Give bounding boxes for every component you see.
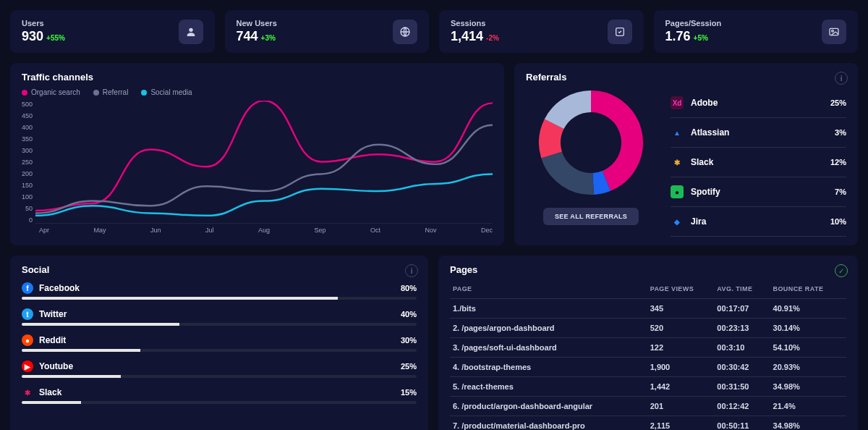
- brand-icon: ●: [671, 185, 684, 198]
- brand-icon: ✱: [22, 387, 33, 398]
- table-cell: 3. /pages/soft-ui-dashboard: [450, 338, 647, 358]
- referral-row: ◆ Jira 10%: [671, 207, 846, 237]
- table-cell: 21.4%: [770, 397, 846, 416]
- stat-value: 1,414-2%: [451, 29, 499, 44]
- table-cell: 30.14%: [770, 319, 846, 338]
- table-header: PAGE: [450, 281, 647, 299]
- referral-row: Xd Adobe 25%: [671, 88, 846, 118]
- table-cell: 122: [647, 338, 715, 358]
- globe-icon: [393, 20, 417, 44]
- stat-delta: +3%: [261, 34, 276, 42]
- traffic-title: Traffic channels: [22, 72, 493, 83]
- brand-icon: ✱: [671, 156, 684, 169]
- stat-card: Users 930+55%: [10, 10, 215, 53]
- legend-item: Organic search: [22, 88, 80, 96]
- table-header: PAGE VIEWS: [647, 281, 715, 299]
- stat-value: 744+3%: [237, 29, 277, 44]
- table-row: 7. /product/material-dashboard-pro2,1150…: [450, 416, 846, 431]
- referral-name: Slack: [691, 157, 713, 167]
- table-row: 4. /bootstrap-themes1,90000:30:4220.93%: [450, 358, 846, 377]
- referral-row: ● Spotify 7%: [671, 177, 846, 207]
- brand-icon: ●: [22, 334, 33, 346]
- referrals-list: Xd Adobe 25% ▲ Atlassian 3% ✱ Slack 12% …: [671, 88, 846, 237]
- social-row: ● Reddit 30%: [22, 334, 417, 352]
- table-header: AVG. TIME: [714, 281, 770, 299]
- image-icon: [822, 20, 846, 44]
- referrals-card: Referrals i SEE ALL REFERRALS Xd Adobe 2…: [514, 63, 858, 245]
- traffic-xaxis: AprMayJunJulAugSepOctNovDec: [39, 224, 493, 234]
- table-cell: 00:30:42: [714, 358, 770, 377]
- table-cell: 40.91%: [770, 299, 846, 319]
- table-cell: 2,115: [647, 416, 715, 431]
- see-all-referrals-button[interactable]: SEE ALL REFERRALS: [543, 208, 639, 225]
- brand-icon: f: [22, 282, 33, 294]
- table-cell: 6. /product/argon-dashboard-angular: [450, 397, 647, 416]
- referrals-title: Referrals: [526, 72, 846, 83]
- social-row: ✱ Slack 15%: [22, 387, 417, 404]
- traffic-chart: [35, 101, 493, 224]
- check-icon[interactable]: ✓: [835, 264, 848, 277]
- referral-name: Jira: [691, 216, 706, 227]
- referral-percent: 25%: [830, 98, 846, 107]
- table-row: 1./bits34500:17:0740.91%: [450, 299, 846, 319]
- table-cell: 00:50:11: [714, 416, 770, 431]
- svg-point-4: [832, 30, 834, 32]
- stat-value: 930+55%: [22, 29, 65, 44]
- info-icon[interactable]: i: [835, 72, 848, 85]
- social-name: Reddit: [39, 335, 66, 345]
- table-cell: 00:17:07: [714, 299, 770, 319]
- stat-delta: -2%: [486, 34, 499, 42]
- referral-row: ✱ Slack 12%: [671, 148, 846, 177]
- pages-table: PAGEPAGE VIEWSAVG. TIMEBOUNCE RATE 1./bi…: [450, 281, 846, 430]
- svg-rect-3: [830, 28, 838, 35]
- stat-label: Pages/Session: [665, 19, 722, 28]
- social-percent: 25%: [401, 362, 417, 371]
- referral-name: Adobe: [691, 98, 718, 108]
- info-icon[interactable]: i: [405, 264, 418, 277]
- progress-bar: [22, 375, 417, 378]
- social-percent: 80%: [401, 284, 417, 292]
- stats-row: Users 930+55% New Users 744+3% Sessions …: [10, 10, 858, 53]
- stat-label: Users: [22, 19, 65, 28]
- social-row: t Twitter 40%: [22, 308, 417, 326]
- traffic-yaxis: 500450400350300250200150100500: [22, 101, 35, 224]
- social-row: ▶ Youtube 25%: [22, 361, 417, 378]
- table-row: 3. /pages/soft-ui-dashboard12200:3:1054.…: [450, 338, 846, 358]
- referral-row: ▲ Atlassian 3%: [671, 118, 846, 148]
- stat-label: Sessions: [451, 19, 499, 28]
- table-cell: 1,442: [647, 377, 715, 397]
- progress-bar: [22, 323, 417, 326]
- referral-percent: 3%: [835, 128, 846, 137]
- table-cell: 00:23:13: [714, 319, 770, 338]
- social-percent: 30%: [401, 336, 417, 345]
- table-cell: 00:31:50: [714, 377, 770, 397]
- progress-bar: [22, 349, 417, 352]
- social-percent: 40%: [401, 310, 417, 319]
- traffic-legend: Organic searchReferralSocial media: [22, 88, 493, 96]
- referral-name: Spotify: [691, 187, 720, 197]
- brand-icon: ◆: [671, 215, 684, 228]
- stat-label: New Users: [237, 19, 277, 28]
- stat-value: 1.76+5%: [665, 29, 722, 44]
- table-cell: 20.93%: [770, 358, 846, 377]
- progress-bar: [22, 297, 417, 300]
- table-cell: 201: [647, 397, 715, 416]
- table-cell: 34.98%: [770, 377, 846, 397]
- traffic-channels-card: Traffic channels Organic searchReferralS…: [10, 63, 504, 245]
- table-row: 2. /pages/argon-dashboard52000:23:1330.1…: [450, 319, 846, 338]
- table-cell: 00:3:10: [714, 338, 770, 358]
- referral-name: Atlassian: [691, 127, 729, 138]
- table-cell: 4. /bootstrap-themes: [450, 358, 647, 377]
- stat-card: New Users 744+3%: [225, 10, 430, 53]
- brand-icon: ▲: [671, 126, 684, 139]
- table-cell: 345: [647, 299, 715, 319]
- social-name: Facebook: [39, 283, 80, 293]
- table-cell: 7. /product/material-dashboard-pro: [450, 416, 647, 431]
- pages-card: Pages ✓ PAGEPAGE VIEWSAVG. TIMEBOUNCE RA…: [438, 256, 858, 430]
- social-name: Twitter: [39, 309, 67, 319]
- table-cell: 1./bits: [450, 299, 647, 319]
- stat-delta: +5%: [694, 34, 708, 42]
- session-icon: [608, 20, 632, 44]
- progress-bar: [22, 401, 417, 404]
- social-title: Social: [22, 264, 417, 275]
